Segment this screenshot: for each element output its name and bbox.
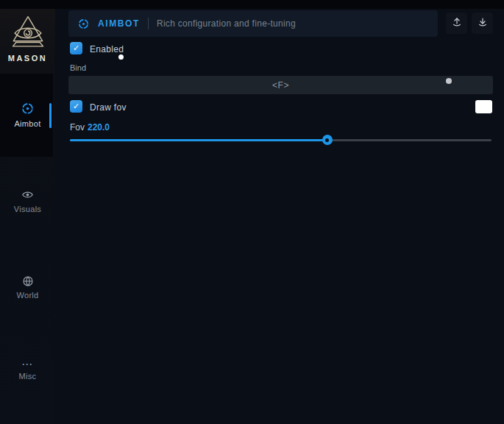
crosshair-icon — [77, 18, 90, 30]
crosshair-icon — [21, 102, 35, 116]
page-subtitle: Rich configuration and fine-tuning — [157, 18, 296, 29]
check-icon: ✓ — [73, 44, 79, 52]
top-strip — [0, 0, 504, 9]
sidebar-item-world[interactable]: World — [0, 275, 55, 300]
brand-name: MASON — [0, 54, 55, 63]
download-config-button[interactable] — [472, 13, 493, 34]
upload-config-button[interactable] — [446, 13, 467, 34]
fov-label: Fov — [70, 122, 85, 132]
slider-fill — [70, 139, 327, 141]
page-title: AIMBOT — [98, 18, 140, 29]
upload-icon — [451, 16, 463, 30]
sidebar-item-label: Misc — [19, 372, 37, 381]
fov-color-swatch[interactable] — [475, 100, 492, 113]
cursor-dot — [118, 54, 124, 60]
sidebar-item-label: Aimbot — [14, 119, 40, 128]
fov-value-row: Fov220.0 — [70, 122, 110, 132]
slider-thumb[interactable] — [322, 135, 333, 145]
bind-value: <F> — [272, 80, 289, 91]
enabled-checkbox[interactable]: ✓ — [70, 42, 82, 54]
drag-dot — [446, 78, 452, 84]
globe-icon — [22, 275, 34, 287]
header-divider — [148, 18, 149, 29]
page-header: AIMBOT Rich configuration and fine-tunin… — [68, 10, 438, 37]
fov-slider[interactable] — [70, 135, 491, 145]
sidebar-item-misc[interactable]: ⋯ Misc — [0, 361, 55, 381]
pyramid-eye-icon — [0, 15, 55, 52]
ellipsis-icon: ⋯ — [21, 361, 34, 368]
draw-fov-checkbox[interactable]: ✓ — [70, 100, 82, 113]
sidebar-item-label: World — [16, 291, 38, 300]
brand-logo: MASON — [0, 15, 55, 63]
draw-fov-label: Draw fov — [90, 102, 127, 113]
bind-label: Bind — [70, 63, 86, 72]
download-icon — [477, 16, 489, 30]
eye-icon — [21, 188, 34, 201]
fov-value: 220.0 — [88, 122, 110, 132]
sidebar-item-aimbot[interactable]: Aimbot — [0, 102, 55, 128]
sidebar-item-visuals[interactable]: Visuals — [0, 188, 55, 213]
enabled-label: Enabled — [90, 44, 124, 54]
sidebar-item-label: Visuals — [14, 205, 41, 213]
check-icon: ✓ — [73, 102, 79, 110]
bind-input[interactable]: <F> — [68, 76, 493, 94]
app-window: MASON Aimbot Visuals — [0, 0, 504, 424]
sidebar: MASON Aimbot Visuals — [0, 9, 55, 424]
